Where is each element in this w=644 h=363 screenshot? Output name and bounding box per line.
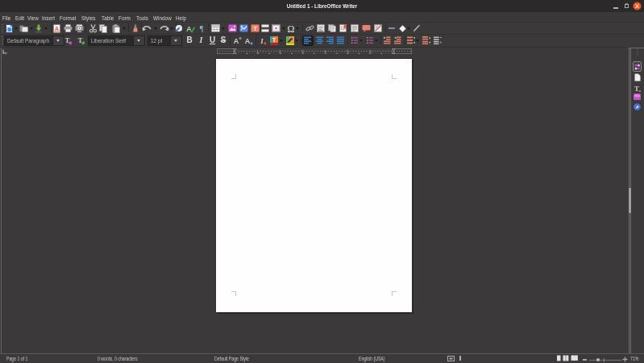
- svg-text:Ω: Ω: [288, 24, 295, 33]
- svg-text:4: 4: [324, 48, 326, 53]
- svg-text:T: T: [253, 25, 257, 32]
- svg-text:T: T: [634, 84, 639, 92]
- svg-text:6: 6: [369, 48, 372, 53]
- svg-text:2: 2: [279, 48, 281, 53]
- svg-text:A: A: [55, 25, 59, 31]
- svg-text:1: 1: [256, 48, 259, 53]
- svg-text:A: A: [244, 37, 250, 45]
- svg-text:I: I: [260, 36, 264, 44]
- svg-text:T: T: [272, 36, 276, 44]
- svg-text:¶: ¶: [200, 24, 204, 32]
- svg-text:3: 3: [301, 48, 304, 53]
- svg-text:A: A: [234, 37, 239, 45]
- svg-text:5: 5: [347, 48, 349, 53]
